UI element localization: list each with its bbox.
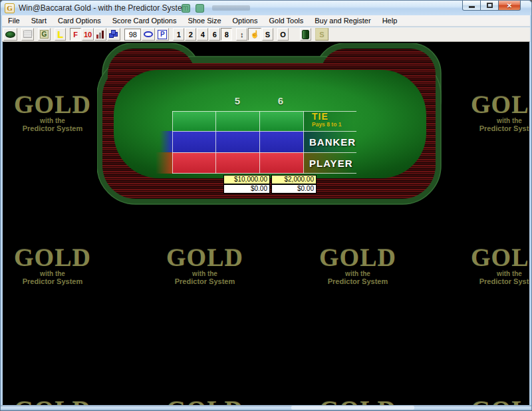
gold-watermark: GOLD [9, 398, 96, 405]
close-icon: ✕ [507, 2, 512, 9]
menubar: File Start Card Options Score Card Optio… [2, 15, 530, 27]
gold-g-button[interactable]: G [38, 28, 51, 41]
p-icon: P [158, 30, 167, 39]
menu-score-card-options[interactable]: Score Card Options [106, 15, 182, 26]
app-window: G Win@Baccarat Gold - with the Predictor… [0, 0, 532, 411]
ten-button[interactable]: 10 [82, 28, 94, 41]
deck-button[interactable] [300, 28, 311, 41]
player-bet-zone[interactable]: PLAYER [303, 152, 356, 174]
pointing-hand-icon: ☝ [250, 30, 259, 39]
titlebar[interactable]: G Win@Baccarat Gold - with the Predictor… [1, 1, 531, 15]
gold-watermark: GOLD with the Predictor System [9, 92, 96, 132]
window-title: Win@Baccarat Gold - with the Predictor S… [19, 3, 189, 13]
tie-label: TIE [312, 112, 356, 121]
menu-file[interactable]: File [2, 15, 25, 26]
banker-bet-cells[interactable] [172, 131, 303, 152]
f-button[interactable]: F [70, 28, 81, 41]
oval-button[interactable] [142, 28, 155, 41]
gridline [172, 173, 356, 174]
menu-card-options[interactable]: Card Options [52, 15, 106, 26]
s-button[interactable]: S [262, 28, 273, 41]
menu-shoe-size[interactable]: Shoe Size [182, 15, 226, 26]
player-bet-cells[interactable] [172, 152, 303, 174]
titlebar-ghost-text [212, 5, 250, 11]
maximize-icon [487, 3, 493, 8]
column-header-5: 5 [227, 95, 247, 106]
toolbar: G L F 10 98 P 1 2 4 6 8 ↕ ☝ S O [2, 27, 530, 42]
deck-count-8-button[interactable]: 8 [221, 28, 232, 41]
gold-watermark: GOLD with the Predictor System [466, 245, 529, 285]
gridline [172, 152, 356, 153]
scorecard-button[interactable] [21, 28, 34, 41]
deck-icon [302, 30, 309, 39]
hand-mode-button[interactable]: ☝ [248, 28, 261, 41]
gridline [172, 111, 173, 174]
gold-watermark: GOLD with the Predictor System [466, 92, 529, 132]
window-bottom-frame [1, 405, 531, 410]
app-icon: G [5, 3, 15, 13]
banker-label: BANKER [309, 136, 356, 148]
bet-display-1: $0.00 [223, 184, 270, 194]
player-row-fade [156, 152, 172, 174]
gold-watermark: GOLD with the Predictor System [315, 245, 401, 285]
deck-count-2-button[interactable]: 2 [185, 28, 196, 41]
bankroll-display-2: $2,000.00 [271, 175, 317, 184]
deck-count-4-button[interactable]: 4 [197, 28, 208, 41]
deck-count-1-button[interactable]: 1 [173, 28, 184, 41]
window-controls: ✕ [462, 1, 521, 11]
l-button[interactable]: L [55, 28, 66, 41]
chart-button[interactable] [94, 28, 106, 41]
player-label: PLAYER [309, 158, 352, 169]
table-view-button[interactable] [3, 28, 17, 41]
maximize-button[interactable] [481, 1, 498, 11]
gridline [172, 111, 356, 112]
chips-icon [109, 30, 118, 39]
banker-row-fade [160, 131, 172, 152]
o-button[interactable]: O [277, 28, 289, 41]
gridline [215, 111, 216, 174]
bet-display-2: $0.00 [271, 184, 317, 194]
money-button[interactable]: S [315, 28, 329, 41]
updown-button[interactable]: ↕ [236, 28, 247, 41]
banker-bet-zone[interactable]: BANKER [303, 131, 356, 152]
close-button[interactable]: ✕ [498, 1, 521, 11]
gold-watermark: GOLD [315, 398, 401, 405]
gridline [303, 111, 304, 174]
game-area: GOLD with the Predictor System GOLD with… [3, 42, 529, 405]
shoe-counter: 98 [124, 29, 141, 41]
minimize-button[interactable] [462, 1, 481, 11]
column-header-6: 6 [271, 95, 291, 106]
bar-chart-icon [96, 31, 104, 39]
gold-watermark: GOLD with the Predictor System [9, 245, 96, 285]
menu-options[interactable]: Options [227, 15, 263, 26]
chips-button[interactable] [107, 28, 120, 41]
tie-payout-label: Pays 8 to 1 [312, 121, 356, 128]
gold-watermark: GOLD [162, 398, 248, 405]
predictor-button[interactable]: P [156, 28, 169, 41]
titlebar-ghost-icon [182, 4, 190, 13]
gold-watermark: GOLD with the Predictor System [162, 245, 248, 285]
table-icon [5, 31, 15, 38]
menu-buy-register[interactable]: Buy and Register [309, 15, 376, 26]
tie-bet-cells[interactable] [172, 111, 303, 131]
l-icon: L [57, 29, 63, 40]
tie-bet-zone[interactable]: TIE Pays 8 to 1 [303, 111, 356, 131]
gridline [172, 131, 356, 132]
gold-watermark: GOLD [466, 398, 529, 405]
titlebar-ghost-icon [196, 4, 204, 13]
menu-start[interactable]: Start [25, 15, 52, 26]
menu-gold-tools[interactable]: Gold Tools [263, 15, 309, 26]
bankroll-display-1: $10,000.00 [223, 175, 270, 184]
menu-help[interactable]: Help [376, 15, 403, 26]
g-icon: G [40, 30, 49, 39]
oval-icon [144, 31, 153, 37]
deck-count-6-button[interactable]: 6 [209, 28, 220, 41]
gridline [259, 111, 260, 174]
frame-glare [291, 406, 414, 410]
scorecard-icon [23, 31, 32, 38]
minimize-icon [469, 6, 475, 8]
